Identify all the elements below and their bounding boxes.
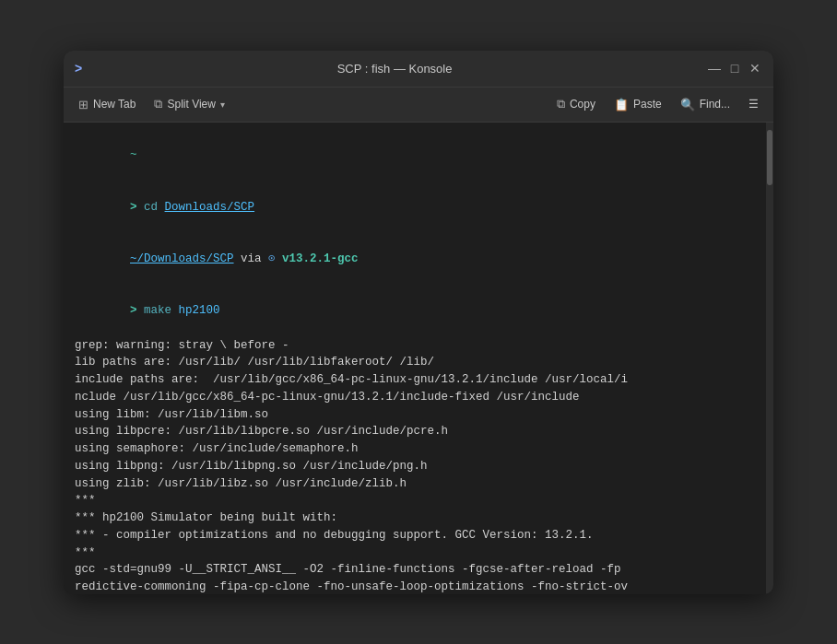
terminal-icon: > <box>75 61 82 76</box>
list-item: redictive-commoning -fipa-cp-clone -fno-… <box>75 579 755 594</box>
list-item: using libm: /usr/lib/libm.so <box>75 406 755 424</box>
make-arg: hp2100 <box>179 304 220 317</box>
new-tab-icon: ⊞ <box>78 98 88 111</box>
title-bar: > SCP : fish — Konsole — □ ✕ <box>64 51 773 88</box>
cd-path: Downloads/SCP <box>165 201 255 214</box>
new-tab-label: New Tab <box>93 98 136 111</box>
paste-button[interactable]: 📋 Paste <box>607 94 669 115</box>
list-item: *** hp2100 Simulator being built with: <box>75 509 755 527</box>
list-item: *** - compiler optimizations and no debu… <box>75 527 755 544</box>
terminal-area: ~ > cd Downloads/SCP ~/Downloads/SCP via… <box>64 123 773 594</box>
title-bar-left: > <box>75 61 82 76</box>
list-item: > cd Downloads/SCP <box>75 181 755 233</box>
list-item: using libpcre: /usr/lib/libpcre.so /usr/… <box>75 423 755 440</box>
split-view-label: Split View <box>167 98 215 111</box>
list-item: using semaphore: /usr/include/semaphore.… <box>75 440 755 458</box>
copy-label: Copy <box>570 98 595 111</box>
list-item: nclude /usr/lib/gcc/x86_64-pc-linux-gnu/… <box>75 389 755 406</box>
copy-button[interactable]: ⧉ Copy <box>549 93 603 115</box>
copy-icon: ⧉ <box>557 97 565 111</box>
list-item: grep: warning: stray \ before - <box>75 337 755 355</box>
find-label: Find... <box>700 98 730 111</box>
split-view-icon: ⧉ <box>154 97 162 111</box>
list-item: > make hp2100 <box>75 285 755 336</box>
window-title: SCP : fish — Konsole <box>82 62 707 76</box>
scrollbar-thumb[interactable] <box>767 130 772 185</box>
list-item: lib paths are: /usr/lib/ /usr/lib/libfak… <box>75 354 755 371</box>
cwd-path: ~/Downloads/SCP <box>130 252 234 265</box>
split-view-button[interactable]: ⧉ Split View ▾ <box>147 93 231 115</box>
via-text: via <box>234 252 269 265</box>
scrollbar[interactable] <box>766 123 773 594</box>
version-icon: ⊙ <box>268 252 276 265</box>
list-item: include paths are: /usr/lib/gcc/x86_64-p… <box>75 371 755 389</box>
list-item: ~ <box>75 130 755 181</box>
make-command: make <box>144 304 179 317</box>
terminal-content[interactable]: ~ > cd Downloads/SCP ~/Downloads/SCP via… <box>64 123 766 594</box>
paste-label: Paste <box>633 98 662 111</box>
prompt-symbol: > <box>130 201 144 214</box>
paste-icon: 📋 <box>614 98 629 111</box>
title-bar-controls: — □ ✕ <box>707 61 762 76</box>
toolbar: ⊞ New Tab ⧉ Split View ▾ ⧉ Copy 📋 Paste … <box>64 88 773 123</box>
main-window: > SCP : fish — Konsole — □ ✕ ⊞ New Tab ⧉… <box>64 51 773 594</box>
find-icon: 🔍 <box>680 98 695 111</box>
list-item: gcc -std=gnu99 -U__STRICT_ANSI__ -O2 -fi… <box>75 561 755 579</box>
list-item: *** <box>75 492 755 509</box>
menu-icon: ☰ <box>749 98 759 111</box>
list-item: *** <box>75 544 755 562</box>
list-item: ~/Downloads/SCP via ⊙ v13.2.1-gcc <box>75 233 755 285</box>
version-text: v13.2.1-gcc <box>276 252 359 265</box>
list-item: using zlib: /usr/lib/libz.so /usr/includ… <box>75 475 755 493</box>
new-tab-button[interactable]: ⊞ New Tab <box>71 94 143 115</box>
find-button[interactable]: 🔍 Find... <box>673 94 737 115</box>
maximize-button[interactable]: □ <box>727 61 742 76</box>
minimize-button[interactable]: — <box>707 61 722 76</box>
split-view-arrow-icon: ▾ <box>220 100 225 110</box>
list-item: using libpng: /usr/lib/libpng.so /usr/in… <box>75 458 755 475</box>
close-button[interactable]: ✕ <box>748 61 762 76</box>
cd-command: cd <box>144 201 165 214</box>
tilde-text: ~ <box>130 148 137 161</box>
prompt-symbol-2: > <box>130 304 144 317</box>
menu-button[interactable]: ☰ <box>741 94 766 114</box>
